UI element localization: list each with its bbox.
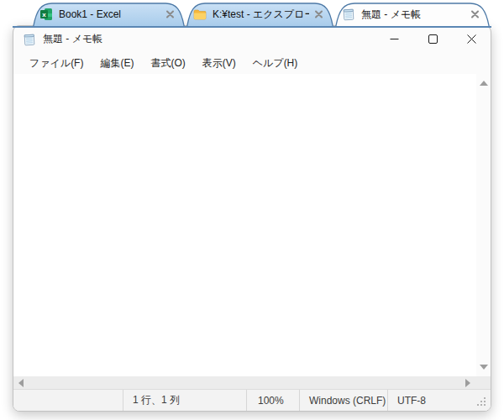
menu-edit[interactable]: 編集(E) [92,54,142,73]
tab-close-icon[interactable] [165,10,175,19]
caption-buttons [375,26,491,52]
excel-icon: x [39,8,53,21]
tab-close-icon[interactable] [314,10,323,19]
close-icon [467,34,476,44]
status-bar: 1 行、1 列 100% Windows (CRLF) UTF-8 [13,389,491,411]
horizontal-scrollbar[interactable] [13,376,491,389]
tab-label: Book1 - Excel [59,8,160,20]
tab-notepad-active[interactable]: 無題 - メモ帳 [334,3,491,26]
tab-explorer[interactable]: K:¥test - エクスプローラー [186,3,334,26]
maximize-icon [428,34,438,44]
tab-book1-excel[interactable]: x Book1 - Excel [32,3,186,26]
tab-strip: x Book1 - Excel K:¥test - エクスプローラー [32,3,491,26]
menu-bar: ファイル(F) 編集(E) 書式(O) 表示(V) ヘルプ(H) [13,52,491,74]
status-spacer [13,390,123,411]
resize-grip[interactable] [477,397,486,407]
menu-file[interactable]: ファイル(F) [21,54,92,73]
editor-area [13,74,491,376]
notepad-window: 無題 - メモ帳 フ [13,25,491,412]
minimize-icon [390,34,399,44]
tab-label: K:¥test - エクスプローラー [213,8,309,22]
status-line-ending: Windows (CRLF) [299,390,387,411]
status-zoom-level: 100% [246,390,299,411]
notepad-icon [23,33,36,46]
status-encoding: UTF-8 [387,390,491,411]
scroll-up-icon[interactable] [480,81,488,86]
text-editor[interactable] [13,74,476,376]
close-button[interactable] [452,26,491,52]
maximize-button[interactable] [413,26,452,52]
tab-close-icon[interactable] [470,10,480,19]
scroll-left-icon[interactable] [18,379,24,387]
tab-bar: x Book1 - Excel K:¥test - エクスプローラー [13,3,491,26]
menu-help[interactable]: ヘルプ(H) [244,54,307,73]
menu-format[interactable]: 書式(O) [142,54,193,73]
scroll-right-icon[interactable] [465,379,470,387]
notepad-icon [342,8,355,21]
window-title: 無題 - メモ帳 [43,32,375,46]
desktop: x Book1 - Excel K:¥test - エクスプローラー [0,0,504,420]
folder-icon [193,8,207,21]
title-bar[interactable]: 無題 - メモ帳 [13,26,491,52]
tab-label: 無題 - メモ帳 [361,8,465,22]
vertical-scrollbar[interactable] [476,74,491,376]
scroll-down-icon[interactable] [480,365,488,370]
menu-view[interactable]: 表示(V) [194,54,244,73]
minimize-button[interactable] [375,26,413,52]
svg-text:x: x [42,11,46,18]
status-cursor-position: 1 行、1 列 [123,390,246,411]
